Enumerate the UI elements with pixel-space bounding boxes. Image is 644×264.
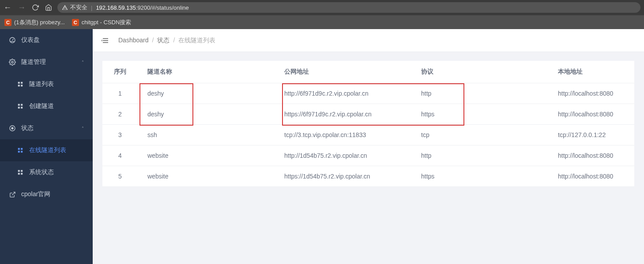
th-protocol: 协议 — [411, 61, 548, 83]
svg-rect-7 — [21, 104, 23, 106]
toggle-sidebar-button[interactable] — [102, 37, 109, 45]
td-name: website — [138, 145, 275, 166]
td-name: deshy — [138, 83, 275, 104]
url-path: :9200/#/status/online — [136, 4, 189, 11]
svg-rect-9 — [21, 107, 23, 108]
td-public_addr: https://6f971d9c.r2.vip.cpolar.cn — [275, 104, 411, 125]
svg-rect-4 — [18, 85, 20, 86]
td-seq: 4 — [102, 145, 138, 166]
grid-icon — [17, 169, 24, 175]
tunnel-table: 序列 隧道名称 公网地址 协议 本地地址 1deshyhttp://6f971d… — [102, 61, 634, 187]
td-name: deshy — [138, 104, 275, 125]
sidebar-label: 在线隧道列表 — [29, 146, 66, 154]
td-public_addr: https://1d54b75.r2.vip.cpolar.cn — [275, 166, 411, 187]
breadcrumb-dashboard[interactable]: Dashboard — [118, 37, 149, 45]
breadcrumb-status[interactable]: 状态 — [157, 37, 169, 45]
table-header-row: 序列 隧道名称 公网地址 协议 本地地址 — [102, 61, 634, 83]
grid-icon — [17, 147, 24, 153]
url-text: 192.168.59.135:9200/#/status/online — [96, 4, 188, 11]
td-local_addr: http://localhost:8080 — [548, 83, 634, 104]
home-button[interactable] — [45, 4, 52, 11]
sidebar-section-tunnel-mgmt[interactable]: 隧道管理 ˄ — [0, 51, 93, 73]
td-protocol: http — [411, 83, 548, 104]
sidebar-section-status[interactable]: 状态 ˄ — [0, 117, 93, 139]
content-area: Dashboard / 状态 / 在线隧道列表 序列 隧道名称 公网地址 协议 — [93, 29, 644, 264]
sidebar-item-tunnel-list[interactable]: 隧道列表 — [0, 73, 93, 95]
td-public_addr: tcp://3.tcp.vip.cpolar.cn:11833 — [275, 125, 411, 145]
th-public-addr: 公网地址 — [275, 61, 411, 83]
table-row: 4websitehttp://1d54b75.r2.vip.cpolar.cnh… — [102, 145, 634, 166]
back-button[interactable]: ← — [4, 4, 11, 11]
th-name: 隧道名称 — [138, 61, 275, 83]
th-seq: 序列 — [102, 61, 138, 83]
td-local_addr: http://localhost:8080 — [548, 104, 634, 125]
svg-point-11 — [11, 127, 13, 129]
bookmark-favicon: C — [4, 19, 11, 26]
svg-rect-12 — [18, 148, 20, 150]
td-name: website — [138, 166, 275, 187]
svg-rect-14 — [18, 151, 20, 152]
svg-rect-5 — [21, 85, 23, 86]
sidebar-label: 创建隧道 — [29, 102, 54, 110]
svg-rect-3 — [21, 82, 23, 84]
td-local_addr: http://localhost:8080 — [548, 145, 634, 166]
breadcrumb-current: 在线隧道列表 — [178, 37, 215, 45]
sidebar-label: 系统状态 — [29, 168, 54, 176]
td-public_addr: http://6f971d9c.r2.vip.cpolar.cn — [275, 83, 411, 104]
breadcrumbs: Dashboard / 状态 / 在线隧道列表 — [118, 37, 215, 45]
status-icon — [9, 125, 16, 132]
content-body: 序列 隧道名称 公网地址 协议 本地地址 1deshyhttp://6f971d… — [93, 52, 644, 196]
insecure-label: 不安全 — [70, 4, 87, 11]
sidebar-item-online-list[interactable]: 在线隧道列表 — [0, 139, 93, 161]
chevron-up-icon: ˄ — [82, 126, 84, 131]
content-header: Dashboard / 状态 / 在线隧道列表 — [93, 29, 644, 52]
table-wrapper: 序列 隧道名称 公网地址 协议 本地地址 1deshyhttp://6f971d… — [102, 61, 634, 187]
forward-button[interactable]: → — [18, 4, 26, 11]
dashboard-icon — [9, 37, 16, 44]
table-row: 3sshtcp://3.tcp.vip.cpolar.cn:11833tcptc… — [102, 125, 634, 145]
svg-rect-18 — [18, 173, 20, 175]
bookmark-item[interactable]: C (1条消息) probezy... — [4, 19, 65, 26]
sidebar-item-system-status[interactable]: 系统状态 — [0, 161, 93, 183]
svg-rect-15 — [21, 151, 23, 152]
sidebar-label: 状态 — [21, 124, 34, 132]
address-bar[interactable]: 不安全 | 192.168.59.135:9200/#/status/onlin… — [57, 2, 640, 13]
grid-icon — [17, 81, 24, 87]
browser-toolbar: ← → 不安全 | 192.168.59.135:9200/#/status/o… — [0, 0, 644, 15]
svg-rect-6 — [18, 104, 20, 106]
sidebar-label: 隧道列表 — [29, 80, 54, 88]
breadcrumb-sep: / — [152, 37, 154, 45]
insecure-badge: 不安全 — [62, 4, 87, 11]
table-row: 1deshyhttp://6f971d9c.r2.vip.cpolar.cnht… — [102, 83, 634, 104]
svg-rect-19 — [21, 173, 23, 175]
sidebar-item-tunnel-create[interactable]: 创建隧道 — [0, 95, 93, 117]
nav-controls: ← → — [4, 4, 52, 11]
external-link-icon — [9, 191, 16, 198]
td-protocol: http — [411, 145, 548, 166]
th-local-addr: 本地地址 — [548, 61, 634, 83]
sidebar-item-official-site[interactable]: cpolar官网 — [0, 183, 93, 205]
td-local_addr: tcp://127.0.0.1:22 — [548, 125, 634, 145]
sidebar-item-dashboard[interactable]: 仪表盘 — [0, 29, 93, 51]
breadcrumb-sep: / — [173, 37, 175, 45]
bookmark-item[interactable]: C chitgpt - CSDN搜索 — [72, 19, 132, 26]
chevron-up-icon: ˄ — [82, 60, 84, 65]
svg-rect-16 — [18, 170, 20, 172]
refresh-button[interactable] — [32, 4, 39, 11]
sidebar-label: cpolar官网 — [21, 190, 50, 198]
sidebar-label: 隧道管理 — [21, 58, 46, 66]
url-host: 192.168.59.135 — [96, 4, 136, 11]
bookmark-label: (1条消息) probezy... — [14, 19, 65, 26]
td-protocol: tcp — [411, 125, 548, 145]
svg-rect-2 — [18, 82, 20, 84]
td-protocol: https — [411, 104, 548, 125]
td-seq: 5 — [102, 166, 138, 187]
svg-rect-13 — [21, 148, 23, 150]
bookmark-favicon: C — [72, 19, 79, 26]
td-protocol: https — [411, 166, 548, 187]
sidebar-label: 仪表盘 — [21, 36, 40, 44]
svg-rect-8 — [18, 107, 20, 108]
url-divider: | — [91, 4, 92, 11]
td-local_addr: http://localhost:8080 — [548, 166, 634, 187]
td-public_addr: http://1d54b75.r2.vip.cpolar.cn — [275, 145, 411, 166]
